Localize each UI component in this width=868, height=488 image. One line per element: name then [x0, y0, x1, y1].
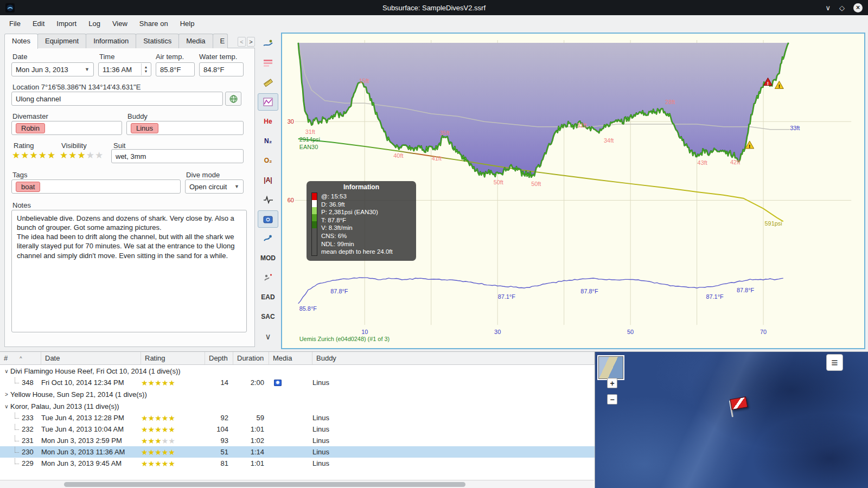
menu-share-on[interactable]: Share on [133, 17, 174, 30]
buddy-chip[interactable]: Linus [131, 123, 158, 133]
tag-chip[interactable]: boat [16, 182, 40, 192]
collapse-toolbar-icon[interactable]: ∨ [265, 332, 271, 342]
photos-toggle[interactable] [258, 210, 278, 228]
column-header-buddy[interactable]: Buddy [312, 352, 595, 364]
tags-field[interactable]: boat [11, 179, 181, 194]
spinner-arrows-icon[interactable]: ▲▼ [141, 63, 150, 75]
nitrogen-toggle[interactable]: N₂ [258, 132, 278, 150]
star-icon: ★ [148, 414, 155, 422]
star-icon[interactable]: ★ [39, 151, 47, 160]
dive-profile-panel[interactable]: 10305070306031ft2914psiEAN3015ft40ft41ft… [281, 33, 865, 349]
tab-information[interactable]: Information [86, 34, 136, 48]
dive-row[interactable]: 232Tue Jun 4, 2013 10:04 AM★★★★★1041:01L… [0, 423, 595, 435]
dive-list-header: #^DateRatingDepthDurationMediaBuddy [0, 352, 595, 365]
notes-textarea[interactable]: Unbelievable dive. Dozens and dozens of … [11, 210, 247, 332]
map-location-button[interactable] [225, 92, 241, 106]
rating-stars[interactable]: ★★★★★ [12, 151, 56, 160]
tab-equipment[interactable]: Equipment [37, 34, 86, 48]
tab-media[interactable]: Media [178, 34, 213, 48]
time-stepper[interactable]: 11:36 AM ▲▼ [98, 62, 151, 76]
menu-log[interactable]: Log [82, 17, 106, 30]
dive-computer-icon[interactable] [258, 35, 278, 52]
heart-rate-toggle[interactable] [258, 191, 278, 208]
mod-toggle[interactable]: MOD [258, 249, 278, 267]
divemaster-field[interactable]: Robin [11, 121, 122, 135]
trip-row[interactable]: >Yellow House, Sun Sep 21, 2014 (1 dive(… [0, 388, 595, 400]
ceiling-icon[interactable] [258, 54, 278, 72]
column-header-rating[interactable]: Rating [141, 352, 205, 364]
dive-row[interactable]: 231Mon Jun 3, 2013 2:59 PM★★★★★931:02Lin… [0, 435, 595, 446]
svg-text:34ft: 34ft [604, 137, 614, 144]
ndl-toggle[interactable] [258, 269, 278, 286]
map-menu-button[interactable]: ≡ [826, 354, 843, 371]
dive-row[interactable]: 233Tue Jun 4, 2013 12:28 PM★★★★★9259Linu… [0, 412, 595, 423]
star-icon[interactable]: ★ [12, 151, 20, 160]
visibility-stars[interactable]: ★★★★★ [60, 151, 104, 160]
tab-scroll-right-icon[interactable]: > [247, 37, 255, 47]
dive-row[interactable]: 230Mon Jun 3, 2013 11:36 AM★★★★★511:14Li… [0, 446, 595, 458]
helium-toggle[interactable]: He [258, 113, 278, 130]
sac-toggle[interactable]: SAC [258, 308, 278, 325]
tab-scroll-left-icon[interactable]: < [238, 37, 246, 47]
star-icon[interactable]: ★ [21, 151, 29, 160]
media-icon[interactable] [274, 380, 282, 386]
minimize-icon[interactable]: ∨ [825, 4, 831, 11]
ruler-icon[interactable] [258, 74, 278, 91]
svg-text:EAN30: EAN30 [299, 144, 318, 150]
menu-view[interactable]: View [106, 17, 133, 30]
collapse-caret-icon[interactable]: ∨ [3, 403, 10, 409]
star-icon[interactable]: ★ [60, 151, 68, 160]
tab-notes[interactable]: Notes [4, 34, 38, 49]
menu-edit[interactable]: Edit [27, 17, 50, 30]
dive-row[interactable]: 229Mon Jun 3, 2013 9:45 AM★★★★★811:01Lin… [0, 458, 595, 469]
trip-row[interactable]: ∨Koror, Palau, Jun 2013 (11 dive(s)) [0, 400, 595, 412]
menu-help[interactable]: Help [174, 17, 201, 30]
horizontal-scrollbar[interactable] [0, 480, 594, 488]
tissues-toggle[interactable] [258, 230, 278, 247]
map-panel[interactable]: + − ≡ [595, 352, 868, 488]
scale-toggle-icon[interactable] [258, 93, 278, 111]
column-header-duration[interactable]: Duration [233, 352, 269, 364]
column-header-depth[interactable]: Depth [205, 352, 233, 364]
star-icon[interactable]: ★ [95, 151, 103, 160]
column-header-num[interactable]: #^ [0, 352, 41, 364]
expand-caret-icon[interactable]: > [3, 391, 10, 397]
date-select[interactable]: Mon Jun 3, 2013▼ [11, 62, 94, 76]
column-header-date[interactable]: Date [41, 352, 141, 364]
buddy-field[interactable]: Linus [126, 121, 244, 135]
column-header-media[interactable]: Media [269, 352, 312, 364]
tree-connector [15, 413, 19, 419]
bottom-region: #^DateRatingDepthDurationMediaBuddy ∨Div… [0, 351, 868, 488]
airtemp-field[interactable] [156, 62, 195, 76]
profile-tooltip: Information @: 15:53D: 36.9ftP: 2,381psi… [307, 181, 416, 261]
location-field[interactable] [11, 92, 223, 106]
star-icon[interactable]: ★ [30, 151, 38, 160]
dive-flag-marker[interactable] [725, 394, 752, 420]
tab-statistics[interactable]: Statistics [136, 34, 179, 48]
divemaster-chip[interactable]: Robin [16, 123, 45, 133]
divemode-select[interactable]: Open circuit▼ [185, 179, 244, 194]
zoom-in-button[interactable]: + [607, 378, 617, 388]
ambient-pressure-toggle[interactable]: |A| [258, 171, 278, 189]
suit-field[interactable] [111, 149, 244, 163]
tab-e[interactable]: E [213, 34, 228, 48]
star-icon[interactable]: ★ [86, 151, 94, 160]
oxygen-toggle[interactable]: O₂ [258, 152, 278, 169]
ead-toggle[interactable]: EAD [258, 288, 278, 306]
menu-file[interactable]: File [3, 17, 27, 30]
dive-row[interactable]: 348Fri Oct 10, 2014 12:34 PM★★★★★142:00L… [0, 377, 595, 388]
menu-import[interactable]: Import [50, 17, 82, 30]
svg-text:87.8°F: 87.8°F [580, 288, 598, 294]
watertemp-field[interactable] [199, 62, 244, 76]
trip-row[interactable]: ∨Divi Flamingo House Reef, Fri Oct 10, 2… [0, 365, 595, 377]
zoom-out-button[interactable]: − [607, 394, 617, 404]
collapse-caret-icon[interactable]: ∨ [3, 368, 10, 374]
maximize-icon[interactable]: ◇ [839, 4, 845, 11]
star-icon[interactable]: ★ [68, 151, 76, 160]
map-inset-thumbnail[interactable] [598, 356, 623, 379]
star-icon[interactable]: ★ [78, 151, 86, 160]
scrollbar-handle[interactable] [64, 482, 465, 487]
tooltip-line: T: 87.8°F [321, 216, 393, 224]
star-icon[interactable]: ★ [47, 151, 55, 160]
close-icon[interactable]: × [853, 3, 863, 12]
